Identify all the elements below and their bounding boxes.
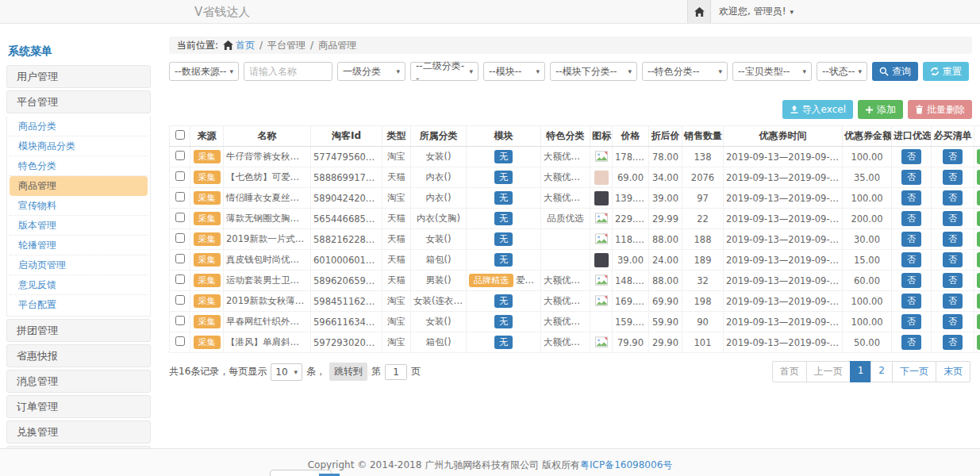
must-buy-toggle[interactable]: 否 [943, 252, 963, 267]
sidebar-subitem[interactable]: 版本管理 [10, 216, 148, 236]
sidebar-subitem[interactable]: 商品管理 [10, 176, 148, 196]
import-select-toggle[interactable]: 否 [901, 149, 921, 164]
sidebar-subitem[interactable]: 轮播管理 [10, 236, 148, 255]
cell-sales: 22 [682, 209, 724, 229]
filter-select[interactable]: --状态--▾ [817, 62, 867, 81]
must-buy-toggle[interactable]: 否 [943, 335, 963, 350]
status-button[interactable]: 上架 [977, 335, 980, 350]
reset-button[interactable]: 重置 [923, 62, 969, 81]
filter-select[interactable]: --数据来源--▾ [169, 62, 239, 81]
row-checkbox[interactable] [175, 254, 185, 263]
page-button[interactable]: 末页 [936, 361, 970, 382]
cell-coupon_amount: 100.00 [843, 147, 892, 167]
module-badge: 无 [494, 232, 513, 246]
sidebar-item[interactable]: 订单管理 [6, 395, 151, 418]
broken-image-icon [595, 213, 608, 225]
page-button[interactable]: 1 [850, 361, 872, 382]
icp-link[interactable]: 粤ICP备16098006号 [580, 459, 672, 470]
import-select-toggle[interactable]: 否 [901, 170, 921, 185]
sidebar-item[interactable]: 拼团管理 [6, 319, 151, 342]
row-checkbox[interactable] [175, 295, 185, 305]
per-page-select[interactable]: 10 ▾ [271, 363, 302, 381]
cell-coupon_time: 2019-09-13—2019-09-18 [724, 332, 843, 353]
sidebar-subitem[interactable]: 模块商品分类 [10, 136, 148, 156]
filter-select[interactable]: --模块--▾ [483, 62, 545, 81]
cell-coupon_time: 2019-09-13—2019-09-17 [724, 147, 843, 167]
cell-category: 女装() [411, 312, 467, 332]
jump-button[interactable]: 跳转到 [329, 363, 367, 381]
must-buy-toggle[interactable]: 否 [943, 314, 963, 329]
row-checkbox[interactable] [175, 151, 185, 160]
page-button[interactable]: 2 [870, 361, 893, 382]
row-checkbox[interactable] [175, 316, 185, 325]
sidebar-subitem[interactable]: 意见反馈 [10, 275, 148, 295]
cell-module: 无 [467, 250, 541, 271]
user-menu[interactable]: 欢迎您, 管理员! ▾ [719, 0, 794, 23]
cell-type: 淘宝 [382, 147, 411, 167]
must-buy-toggle[interactable]: 否 [943, 211, 963, 226]
row-checkbox[interactable] [175, 171, 185, 181]
row-checkbox[interactable] [175, 233, 185, 243]
must-buy-toggle[interactable]: 否 [943, 190, 963, 205]
must-buy-toggle[interactable]: 否 [943, 273, 963, 288]
import-excel-button[interactable]: 导入excel [782, 100, 853, 119]
status-button[interactable]: 上架 [977, 232, 980, 247]
sidebar-subitem[interactable]: 平台配置 [10, 295, 148, 315]
row-checkbox[interactable] [175, 274, 185, 284]
must-buy-toggle[interactable]: 否 [943, 232, 963, 247]
column-header: 图标 [590, 126, 613, 147]
status-button[interactable]: 上架 [977, 314, 980, 329]
batch-delete-button[interactable]: 批量删除 [908, 100, 972, 119]
status-button[interactable]: 上架 [977, 294, 980, 309]
search-button[interactable]: 查询 [872, 62, 918, 81]
row-checkbox[interactable] [175, 213, 185, 222]
must-buy-toggle[interactable]: 否 [943, 170, 963, 185]
add-button[interactable]: 添加 [858, 100, 903, 119]
select-all-checkbox[interactable] [175, 130, 185, 140]
page-number-input[interactable] [385, 364, 407, 380]
status-button[interactable]: 上架 [977, 190, 980, 205]
status-button[interactable]: 上架 [977, 252, 980, 267]
filter-select[interactable]: --模块下分类--▾ [550, 62, 637, 81]
must-buy-toggle[interactable]: 否 [943, 149, 963, 164]
import-select-toggle[interactable]: 否 [901, 294, 921, 309]
status-button[interactable]: 上架 [977, 211, 980, 226]
column-header: 优惠券时间 [724, 126, 843, 147]
add-button-label: 添加 [877, 103, 896, 117]
breadcrumb-item: 商品管理 [318, 39, 356, 52]
status-button[interactable]: 上架 [977, 273, 980, 288]
sidebar-subitem[interactable]: 宣传物料 [10, 196, 148, 216]
filter-select[interactable]: 一级分类▾ [337, 62, 405, 81]
import-select-toggle[interactable]: 否 [901, 252, 921, 267]
row-checkbox[interactable] [175, 336, 185, 346]
sidebar-item[interactable]: 用户管理 [6, 65, 151, 88]
import-select-toggle[interactable]: 否 [901, 314, 921, 329]
status-button[interactable]: 上架 [977, 149, 980, 164]
sidebar-subitem[interactable]: 特色分类 [10, 156, 148, 176]
row-checkbox[interactable] [175, 192, 185, 202]
import-select-toggle[interactable]: 否 [901, 211, 921, 226]
filter-select-value: --数据来源-- [175, 65, 226, 79]
import-select-toggle[interactable]: 否 [901, 232, 921, 247]
page-button[interactable]: 上一页 [806, 361, 851, 382]
filter-select[interactable]: --特色分类--▾ [642, 62, 728, 81]
sidebar-item[interactable]: 省惠快报 [6, 344, 151, 367]
filter-select[interactable]: --宝贝类型--▾ [732, 62, 812, 81]
import-select-toggle[interactable]: 否 [901, 190, 921, 205]
must-buy-toggle[interactable]: 否 [943, 294, 963, 309]
page-button[interactable]: 首页 [772, 361, 807, 382]
filter-select[interactable]: --二级分类--▾ [410, 62, 478, 81]
import-select-toggle[interactable]: 否 [901, 335, 921, 350]
import-select-toggle[interactable]: 否 [901, 273, 921, 288]
sidebar-subitem[interactable]: 启动页管理 [10, 255, 148, 275]
sidebar-subitem[interactable]: 商品分类 [10, 117, 148, 136]
page-button[interactable]: 下一页 [892, 361, 936, 382]
sidebar-item[interactable]: 平台管理 [6, 90, 151, 113]
source-badge: 采集 [194, 212, 221, 225]
home-button[interactable] [687, 0, 711, 23]
sidebar-item[interactable]: 兑换管理 [6, 420, 151, 443]
sidebar-item[interactable]: 消息管理 [6, 370, 151, 393]
name-search-input[interactable] [244, 62, 332, 81]
status-button[interactable]: 上架 [977, 170, 980, 185]
breadcrumb-home-link[interactable]: 首页 [223, 39, 255, 52]
